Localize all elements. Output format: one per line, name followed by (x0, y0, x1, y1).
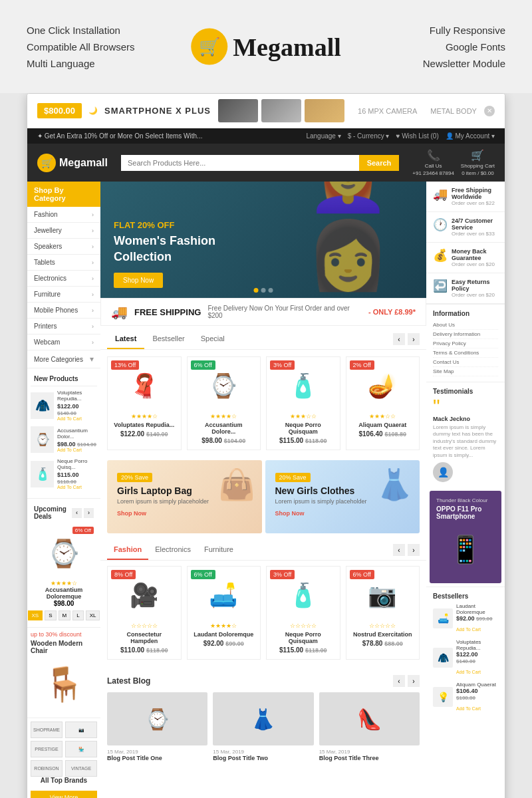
sidebar-item-furniture[interactable]: Furniture› (27, 287, 100, 303)
promo-banner-btn-1[interactable]: Shop Now (275, 510, 410, 517)
new-product-price-3: $115.00 $118.00 (57, 471, 97, 485)
service-returns-title: Easy Returns Policy (452, 279, 498, 292)
tab-special[interactable]: Special (193, 329, 233, 349)
tab-bestseller[interactable]: Bestseller (144, 329, 192, 349)
product-price-3: $106.40 $108.80 (352, 430, 414, 438)
product-card-3[interactable]: 2% Off 🪔 ★★★☆☆ Aliquam Quaerat $106.40 $… (346, 356, 420, 450)
blog-prev[interactable]: ‹ (393, 675, 405, 687)
fashion-card-2[interactable]: 3% Off 🧴 ☆☆☆☆☆ Neque Porro Quisquam $115… (266, 566, 340, 660)
header-currency[interactable]: $ - Currency ▾ (348, 132, 390, 140)
brand-vintage[interactable]: VINTAGE (65, 760, 97, 777)
add-to-cart-1[interactable]: Add To Cart (57, 416, 97, 421)
header-language[interactable]: Language ▾ (306, 132, 340, 140)
brand-shoprame2[interactable]: 🏪 (65, 741, 97, 757)
info-terms[interactable]: Terms & Conditions (433, 348, 498, 358)
hero-dot-3[interactable] (269, 288, 273, 293)
promo-banner-btn-0[interactable]: Shop Now (117, 510, 252, 517)
shipping-title: FREE SHIPPING (134, 307, 201, 317)
info-privacy[interactable]: Privacy Policy (433, 339, 498, 348)
product-card-0[interactable]: 13% Off 🧣 ★★★★☆ Voluptates Repudia... $1… (107, 356, 182, 450)
hero-dot-2[interactable] (261, 288, 266, 293)
tabs-next[interactable]: › (408, 333, 420, 345)
brands-title: All Top Brands (31, 777, 97, 784)
store-logo[interactable]: 🛒 Megamall (37, 154, 108, 172)
header-account[interactable]: 👤 My Account ▾ (446, 132, 495, 140)
fashion-card-1[interactable]: 6% Off 🛋️ ★★★★☆ Laudant Doloremque $92.0… (187, 566, 261, 660)
features-right: Fully Responsive Google Fonts Newsletter… (423, 25, 505, 69)
category-menu: Fashion› Jewellery› Speakers› Tablets› E… (27, 207, 100, 368)
view-more-button[interactable]: View More (31, 791, 97, 798)
upcoming-prev[interactable]: ‹ (72, 508, 82, 518)
size-xl[interactable]: XL (86, 610, 100, 620)
fashion-next[interactable]: › (408, 544, 420, 556)
upcoming-next[interactable]: › (84, 508, 94, 518)
fashion-nav: ‹ › (393, 544, 420, 556)
size-l[interactable]: L (72, 610, 83, 620)
add-to-cart-2[interactable]: Add To Cart (57, 448, 97, 452)
brand-prestige[interactable]: PRESTIGE (31, 741, 63, 757)
size-m[interactable]: M (59, 610, 71, 620)
brand-shoprame[interactable]: SHOPRAME (31, 722, 63, 738)
product-price-1: $98.00 $104.00 (193, 437, 255, 444)
bestseller-name-1: Voluptates Repudia... (456, 639, 498, 651)
info-about[interactable]: About Us (433, 321, 498, 330)
sidebar-item-printers[interactable]: Printers› (27, 319, 100, 334)
header-wishlist[interactable]: ♥ Wish List (0) (396, 132, 438, 140)
bestseller-cart-2[interactable]: Add To Cart (456, 706, 481, 711)
fashion-tab-1[interactable]: Electronics (148, 540, 198, 560)
product-card-1[interactable]: 6% Off ⌚ ★★★★☆ Accusantium Dolore... $98… (187, 356, 261, 450)
sidebar-item-electronics[interactable]: Electronics› (27, 271, 100, 287)
size-s[interactable]: S (45, 610, 56, 620)
size-xs[interactable]: XS (28, 610, 43, 620)
tabs-prev[interactable]: ‹ (393, 333, 405, 345)
blog-header: Latest Blog ‹ › (107, 675, 420, 687)
store-preview: $800.00 🌙 SMARTPHONE X PLUS 16 MPX CAMER… (27, 93, 505, 798)
bestseller-cart-1[interactable]: Add To Cart (456, 670, 481, 674)
sidebar-item-tablets[interactable]: Tablets› (27, 255, 100, 271)
hero-dot-1[interactable] (254, 288, 259, 293)
fashion-prev[interactable]: ‹ (393, 544, 405, 556)
brand-robinson[interactable]: ROBINSON (31, 760, 63, 777)
info-sitemap[interactable]: Site Map (433, 367, 498, 376)
blog-card-0[interactable]: ⌚ 15 Mar, 2019 Blog Post Title One (107, 692, 207, 761)
fashion-tab-0[interactable]: Fashion (107, 540, 148, 560)
info-delivery[interactable]: Delivery Information (433, 330, 498, 339)
phone-action[interactable]: 📞 Call Us+91 23464 87894 (412, 149, 454, 176)
bestseller-price-0: $92.00 $99.00 (456, 615, 498, 622)
sidebar-item-fashion[interactable]: Fashion› (27, 207, 100, 223)
tab-latest[interactable]: Latest (107, 329, 144, 349)
fashion-badge-1: 6% Off (191, 570, 215, 579)
add-to-cart-3[interactable]: Add To Cart (57, 485, 97, 489)
new-product-name-1: Voluptates Repudia... (57, 390, 97, 402)
service-returns: ↩️ Easy Returns Policy Order over on $20 (426, 273, 505, 304)
sidebar-item-more[interactable]: More Categories▾ (27, 350, 100, 368)
bestsellers-title: Bestsellers (433, 593, 498, 600)
close-promo-button[interactable]: ✕ (484, 106, 495, 116)
fashion-name-2: Neque Porro Quisquam (272, 631, 334, 644)
product-stars-1: ★★★★☆ (193, 413, 255, 420)
hero-shop-now[interactable]: Shop Now (114, 273, 163, 288)
product-card-2[interactable]: 3% Off 🧴 ★★★☆☆ Neque Porro Quisquam $115… (266, 356, 340, 450)
promo-banner-1[interactable]: 20% Save New Girls Clothes Lorem ipsum i… (265, 460, 420, 533)
fashion-card-3[interactable]: 6% Off 📷 ☆☆☆☆☆ Nostrud Exercitation $78.… (346, 566, 420, 660)
search-input[interactable] (121, 155, 359, 171)
promo-phone-label: Thunder Black Colour (436, 497, 495, 503)
blog-next[interactable]: › (408, 675, 420, 687)
search-button[interactable]: Search (359, 155, 400, 171)
sidebar-item-speakers[interactable]: Speakers› (27, 239, 100, 255)
info-contact[interactable]: Contact Us (433, 358, 498, 367)
new-product-info-2: Accusantium Dolor... $98.00 $104.00 Add … (57, 428, 97, 452)
upcoming-stars: ★★★★☆ (34, 580, 94, 587)
sidebar-item-webcam[interactable]: Webcam› (27, 334, 100, 350)
fashion-card-0[interactable]: 8% Off 🎥 ☆☆☆☆☆ Consectetur Hampden $110.… (107, 566, 182, 660)
blog-card-2[interactable]: 👠 15 Mar, 2019 Blog Post Title Three (319, 692, 420, 761)
cart-action[interactable]: 🛒 Shopping Cart0 item / $0.00 (461, 149, 495, 176)
fashion-tab-2[interactable]: Furniture (198, 540, 240, 560)
blog-card-1[interactable]: 👗 15 Mar, 2019 Blog Post Title Two (213, 692, 313, 761)
sidebar-item-mobile[interactable]: Mobile Phones› (27, 303, 100, 319)
sidebar-item-jewellery[interactable]: Jewellery› (27, 223, 100, 239)
brand-photogram[interactable]: 📷 (65, 722, 97, 738)
promo-banner-0[interactable]: 20% Save Girls Laptop Bag Lorem ipsum is… (107, 460, 262, 533)
bestseller-cart-0[interactable]: Add To Cart (456, 627, 481, 632)
main-logo[interactable]: 🛒 Megamall (191, 29, 341, 65)
